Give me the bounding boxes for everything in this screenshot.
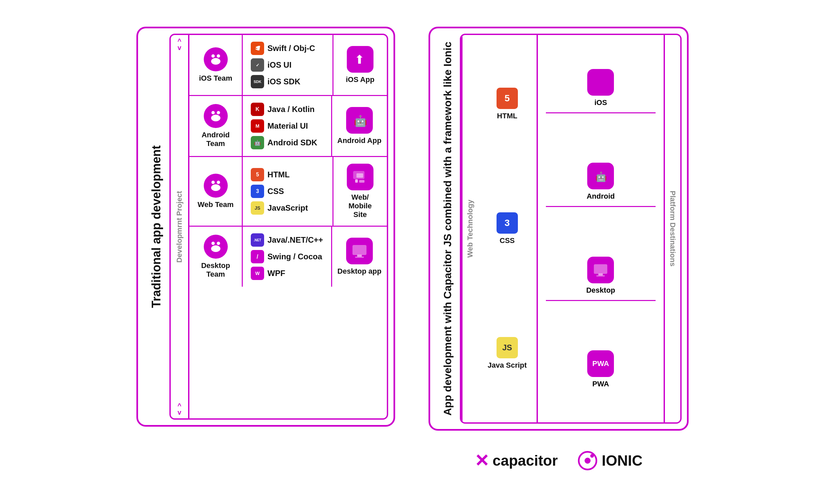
web-app-cell: Web/MobileSite bbox=[333, 157, 387, 226]
html-right-label: HTML bbox=[497, 112, 517, 120]
svg-point-5 bbox=[217, 111, 220, 114]
capacitor-label: capacitor bbox=[493, 452, 558, 469]
swift-item: Swift / Obj-C bbox=[251, 42, 324, 55]
swing-item: / Swing / Cocoa bbox=[251, 250, 323, 263]
css-right-badge: 3 bbox=[497, 212, 518, 234]
java-badge: K bbox=[251, 103, 264, 116]
svg-point-1 bbox=[217, 54, 220, 58]
ios-tech-list: Swift / Obj-C ✓ iOS UI SDK iOS SDK bbox=[243, 35, 333, 95]
ios-app-cell: ⬆ iOS App bbox=[333, 35, 387, 95]
left-title: Traditional app development bbox=[143, 34, 169, 420]
arrow-web-desktop: ^ v bbox=[177, 402, 181, 416]
material-badge: M bbox=[251, 119, 264, 133]
svg-point-10 bbox=[211, 184, 220, 191]
desktop-app-name: Desktop app bbox=[338, 267, 381, 276]
wpf-badge: W bbox=[251, 267, 264, 280]
android-row: AndroidTeam K Java / Kotlin M Material U… bbox=[190, 96, 387, 157]
css-badge: 3 bbox=[251, 185, 264, 198]
desktop-app-icon bbox=[346, 238, 373, 264]
right-section-wrapper: App development with Capacitor JS combin… bbox=[429, 27, 689, 477]
svg-point-16 bbox=[217, 242, 220, 245]
android-team-icon bbox=[204, 104, 228, 128]
web-tech-list: 5 HTML 3 CSS JS JavaScript bbox=[243, 157, 333, 226]
svg-point-2 bbox=[211, 58, 220, 65]
desktop-platform-item: Desktop bbox=[546, 251, 656, 301]
right-diagram: App development with Capacitor JS combin… bbox=[429, 27, 689, 431]
js-right-label: Java Script bbox=[487, 361, 527, 370]
android-app-icon: 🤖 bbox=[346, 107, 373, 134]
html-web-item: 5 HTML bbox=[497, 88, 518, 120]
ios-sdk-badge: SDK bbox=[251, 75, 264, 88]
svg-text:🤖: 🤖 bbox=[354, 115, 367, 127]
dotnet-badge: .NET bbox=[251, 233, 264, 247]
android-team-name: AndroidTeam bbox=[202, 131, 229, 148]
web-app-name: Web/MobileSite bbox=[349, 193, 372, 219]
ionic-ring-icon bbox=[578, 451, 597, 470]
web-team-name: Web Team bbox=[198, 200, 234, 209]
svg-point-4 bbox=[211, 111, 215, 114]
android-platform-label: Android bbox=[587, 192, 615, 201]
web-team-icon bbox=[204, 174, 228, 198]
svg-point-6 bbox=[211, 115, 220, 121]
svg-rect-12 bbox=[357, 173, 363, 178]
right-title-text: App development with Capacitor JS combin… bbox=[442, 42, 454, 416]
js-badge: JS bbox=[251, 201, 264, 215]
desktop-platform-label: Desktop bbox=[586, 286, 615, 295]
swift-badge bbox=[251, 42, 264, 55]
platform-dest-label-col: Platform Destinations bbox=[664, 35, 680, 422]
footer-logos: ✕ capacitor IONIC bbox=[429, 444, 689, 477]
wpf-item: W WPF bbox=[251, 267, 323, 280]
left-diagram: Traditional app development ^ v Developm… bbox=[136, 27, 395, 427]
ios-team-cell: iOS Team bbox=[190, 35, 243, 95]
svg-rect-22 bbox=[594, 264, 607, 273]
dev-project-label: Developmrnt Project bbox=[175, 51, 184, 402]
ios-ui-badge: ✓ bbox=[251, 58, 264, 72]
desktop-app-cell: Desktop app bbox=[332, 227, 387, 287]
cap-x-icon: ✕ bbox=[474, 451, 489, 471]
desktop-tech-list: .NET Java/.NET/C++ / Swing / Cocoa W WPF bbox=[243, 227, 332, 287]
svg-point-17 bbox=[211, 245, 220, 252]
ios-sdk-item: SDK iOS SDK bbox=[251, 75, 324, 88]
left-title-text: Traditional app development bbox=[149, 145, 163, 308]
ios-app-name: iOS App bbox=[346, 75, 374, 84]
ios-team-name: iOS Team bbox=[199, 74, 232, 83]
android-platform-icon: 🤖 bbox=[587, 163, 614, 189]
ionic-logo: IONIC bbox=[578, 451, 643, 470]
html-right-badge: 5 bbox=[497, 88, 518, 109]
web-app-icon bbox=[347, 164, 373, 190]
desktop-platform-icon bbox=[587, 257, 614, 283]
svg-text:⬆: ⬆ bbox=[355, 53, 365, 66]
arrow-ios-android: ^ v bbox=[177, 38, 181, 51]
svg-point-9 bbox=[217, 181, 220, 184]
desktop-team-name: DesktopTeam bbox=[201, 261, 230, 279]
android-tech-list: K Java / Kotlin M Material UI 🤖 Android … bbox=[243, 96, 332, 156]
css-web-item: 3 CSS bbox=[497, 212, 518, 245]
svg-point-8 bbox=[211, 181, 215, 184]
svg-point-15 bbox=[211, 242, 215, 245]
svg-rect-19 bbox=[357, 255, 362, 257]
pwa-platform-icon: PWA bbox=[587, 350, 614, 377]
css-item: 3 CSS bbox=[251, 185, 324, 198]
html-badge: 5 bbox=[251, 168, 264, 181]
ionic-label: IONIC bbox=[602, 452, 643, 469]
js-right-badge: JS bbox=[497, 337, 518, 358]
desktop-team-cell: DesktopTeam bbox=[190, 227, 243, 287]
ios-team-icon bbox=[204, 47, 228, 71]
ios-row: iOS Team Swift / Obj-C ✓ iOS UI bbox=[190, 35, 387, 96]
dotnet-item: .NET Java/.NET/C++ bbox=[251, 233, 323, 247]
main-wrapper: Traditional app development ^ v Developm… bbox=[136, 27, 689, 477]
android-sdk-item: 🤖 Android SDK bbox=[251, 136, 323, 149]
js-item: JS JavaScript bbox=[251, 201, 324, 215]
svg-rect-23 bbox=[599, 273, 603, 275]
material-item: M Material UI bbox=[251, 119, 323, 133]
android-sdk-badge: 🤖 bbox=[251, 136, 264, 149]
css-right-label: CSS bbox=[500, 236, 515, 245]
rows-col: iOS Team Swift / Obj-C ✓ iOS UI bbox=[190, 35, 387, 418]
svg-rect-13 bbox=[355, 179, 358, 183]
android-app-name: Android App bbox=[338, 136, 381, 145]
ios-platform-item: iOS bbox=[546, 64, 656, 113]
ios-app-icon: ⬆ bbox=[347, 46, 373, 73]
web-tech-icons: 5 HTML 3 CSS JS Java Script bbox=[478, 35, 538, 422]
pwa-platform-label: PWA bbox=[592, 380, 609, 388]
svg-rect-24 bbox=[597, 275, 605, 276]
